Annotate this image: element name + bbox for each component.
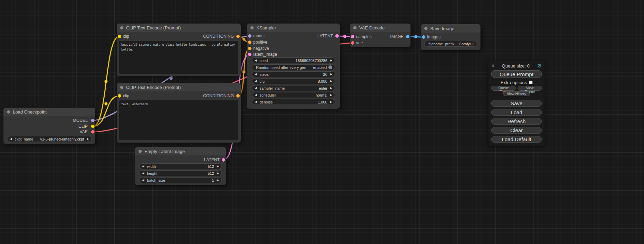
output-port-conditioning[interactable] — [236, 94, 240, 98]
output-port-vae[interactable] — [91, 130, 95, 134]
collapse-dot-icon[interactable] — [120, 26, 123, 29]
node-title-bar[interactable]: Load Checkpoint — [3, 108, 95, 116]
sampler-name-widget[interactable]: ◀ sampler_name euler ▶ — [252, 85, 335, 91]
collapse-dot-icon[interactable] — [250, 26, 254, 29]
arrow-left-icon[interactable]: ◀ — [255, 80, 257, 83]
collapse-dot-icon[interactable] — [353, 26, 356, 29]
node-title-bar[interactable]: KSampler — [247, 24, 340, 32]
negative-prompt-textarea[interactable]: text, watermark — [119, 100, 238, 140]
arrow-left-icon[interactable]: ◀ — [255, 101, 257, 103]
batch-size-widget[interactable]: ◀ batch_size 1 ▶ — [139, 177, 222, 183]
load-default-button[interactable]: Load Default — [491, 136, 542, 143]
output-label-image: IMAGE — [390, 34, 404, 39]
input-port-latent-image[interactable] — [248, 53, 252, 56]
arrow-left-icon[interactable]: ◀ — [142, 179, 144, 182]
node-vae-decode[interactable]: VAE Decode samples vae IMAGE — [350, 24, 411, 47]
filename-prefix-widget[interactable]: filename_prefix ComfyUI — [424, 41, 477, 47]
arrow-left-icon[interactable]: ◀ — [255, 87, 257, 90]
queue-front-button[interactable]: Queue Front — [491, 86, 516, 91]
output-port-latent[interactable] — [335, 34, 339, 38]
drag-handle-icon[interactable]: ⠿ — [491, 63, 494, 68]
arrow-left-icon[interactable]: ◀ — [10, 138, 12, 141]
arrow-right-icon[interactable]: ▶ — [330, 87, 332, 90]
collapse-dot-icon[interactable] — [139, 150, 142, 153]
widget-label: steps — [259, 72, 268, 76]
seed-widget[interactable]: ◀ seed 156680208700286 ▶ — [252, 57, 335, 63]
node-title-bar[interactable]: CLIP Text Encode (Prompt) — [117, 83, 241, 91]
arrow-right-icon[interactable]: ▶ — [330, 101, 332, 103]
input-label-positive: positive — [253, 40, 267, 45]
link-dot-cond-positive — [242, 38, 246, 41]
input-port-negative[interactable] — [248, 47, 252, 50]
widget-label: scheduler — [259, 93, 276, 97]
node-title-bar[interactable]: Empty Latent Image — [135, 147, 226, 155]
arrow-right-icon[interactable]: ▶ — [330, 80, 332, 83]
arrow-right-icon[interactable]: ▶ — [217, 165, 219, 168]
width-widget[interactable]: ◀ width 512 ▶ — [139, 163, 222, 169]
arrow-right-icon[interactable]: ▶ — [330, 73, 332, 76]
settings-gear-icon[interactable]: ⚙ — [537, 63, 542, 69]
node-title: CLIP Text Encode (Prompt) — [126, 85, 181, 90]
arrow-right-icon[interactable]: ▶ — [217, 179, 219, 182]
arrow-left-icon[interactable]: ◀ — [142, 172, 144, 175]
arrow-left-icon[interactable]: ◀ — [255, 73, 257, 76]
arrow-left-icon[interactable]: ◀ — [255, 94, 257, 97]
cfg-widget[interactable]: ◀ cfg 8.000 ▶ — [252, 78, 335, 84]
widget-label: ckpt_name — [15, 137, 33, 141]
input-port-clip[interactable] — [118, 94, 121, 98]
extra-options-label: Extra options — [501, 80, 527, 85]
node-clip-text-encode-positive[interactable]: CLIP Text Encode (Prompt) clip CONDITION… — [117, 24, 241, 76]
extra-options-checkbox[interactable] — [529, 81, 532, 84]
node-title-bar[interactable]: VAE Decode — [350, 24, 411, 32]
output-port-model[interactable] — [91, 119, 95, 122]
arrow-right-icon[interactable]: ▶ — [217, 172, 219, 175]
output-port-clip[interactable] — [91, 125, 95, 128]
node-clip-text-encode-negative[interactable]: CLIP Text Encode (Prompt) clip CONDITION… — [117, 83, 241, 143]
height-widget[interactable]: ◀ height 512 ▶ — [139, 170, 222, 176]
view-history-button[interactable]: View History — [503, 91, 529, 96]
arrow-right-icon[interactable]: ▶ — [87, 138, 89, 141]
clear-button[interactable]: Clear — [491, 127, 542, 134]
input-port-samples[interactable] — [351, 35, 354, 38]
output-port-conditioning[interactable] — [236, 35, 240, 38]
input-port-clip[interactable] — [118, 35, 121, 38]
arrow-right-icon[interactable]: ▶ — [330, 59, 332, 62]
widget-value: enabled — [313, 65, 327, 70]
node-title: Empty Latent Image — [144, 149, 185, 154]
toggle-dot-icon[interactable] — [328, 65, 332, 69]
collapse-dot-icon[interactable] — [120, 86, 123, 89]
collapse-dot-icon[interactable] — [7, 110, 10, 114]
load-button[interactable]: Load — [491, 109, 542, 116]
arrow-right-icon[interactable]: ▶ — [330, 94, 332, 97]
queue-prompt-button[interactable]: Queue Prompt — [491, 70, 542, 78]
refresh-button[interactable]: Refresh — [491, 118, 542, 125]
random-seed-widget[interactable]: Random seed after every gen enabled — [252, 64, 335, 70]
output-port-latent[interactable] — [222, 158, 225, 162]
input-label-images: images — [427, 35, 441, 39]
input-port-model[interactable] — [248, 34, 252, 38]
node-title-bar[interactable]: CLIP Text Encode (Prompt) — [117, 24, 241, 32]
widget-value: 1 — [212, 178, 214, 182]
output-port-image[interactable] — [406, 35, 409, 38]
denoise-widget[interactable]: ◀ denoise 1.000 ▶ — [252, 99, 335, 105]
node-load-checkpoint[interactable]: Load Checkpoint MODEL CLIP VAE ◀ ckpt_na… — [3, 108, 95, 144]
view-queue-button[interactable]: View Queue — [518, 86, 542, 91]
arrow-left-icon[interactable]: ◀ — [142, 165, 144, 168]
node-graph-canvas[interactable]: Load Checkpoint MODEL CLIP VAE ◀ ckpt_na… — [0, 0, 644, 244]
input-port-vae[interactable] — [351, 41, 354, 45]
scheduler-widget[interactable]: ◀ scheduler normal ▶ — [252, 92, 335, 98]
node-empty-latent-image[interactable]: Empty Latent Image LATENT ◀ width 512 ▶ … — [135, 147, 226, 185]
input-port-positive[interactable] — [248, 40, 252, 44]
ckpt-name-widget[interactable]: ◀ ckpt_name v1-5-pruned-emaonly.ckpt ▶ — [7, 136, 92, 142]
input-port-images[interactable] — [422, 35, 425, 39]
extra-options-row: Extra options — [491, 80, 542, 85]
positive-prompt-textarea[interactable]: beautiful scenery nature glass bottle la… — [119, 41, 238, 74]
steps-widget[interactable]: ◀ steps 20 ▶ — [252, 71, 335, 77]
arrow-left-icon[interactable]: ◀ — [255, 59, 257, 62]
widget-value: 512 — [208, 164, 214, 169]
node-save-image[interactable]: Save Image images filename_prefix ComfyU… — [421, 24, 480, 50]
node-title-bar[interactable]: Save Image — [421, 24, 480, 33]
collapse-dot-icon[interactable] — [424, 27, 427, 30]
node-ksampler[interactable]: KSampler model positive negative latent_… — [247, 24, 340, 109]
save-button[interactable]: Save — [491, 100, 542, 107]
